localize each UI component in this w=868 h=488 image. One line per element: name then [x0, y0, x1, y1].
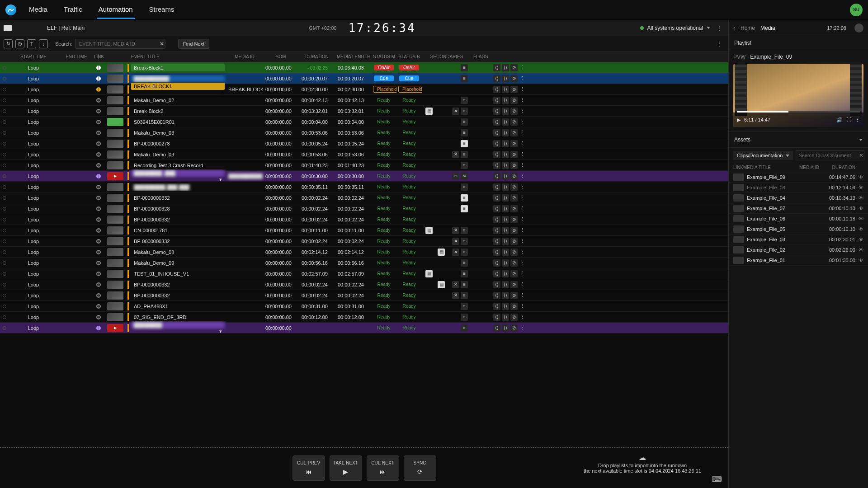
col-length[interactable]: MEDIA LENGTH	[335, 54, 371, 59]
thumbnail[interactable]	[107, 248, 123, 256]
asset-row[interactable]: Example_File_05 00:00:10.10 👁	[729, 224, 868, 235]
marker-c-icon[interactable]: ⊘	[510, 75, 518, 82]
note-icon[interactable]: ≡	[461, 324, 468, 332]
x-icon[interactable]: ✕	[452, 151, 459, 158]
row-more-button[interactable]: ⋮	[519, 141, 526, 146]
nav-streams[interactable]: Streams	[147, 1, 176, 19]
rundown-row[interactable]: Loop Makalu_Demo_03 00:00:00.00 00:00:53…	[0, 149, 728, 160]
row-more-button[interactable]: ⋮	[519, 249, 526, 255]
context-more-button[interactable]: ⋮	[714, 23, 725, 33]
marker-a-icon[interactable]: ⟨⟩	[493, 259, 500, 267]
rundown-row[interactable]: Loop ▶ ████████▾ 00:00:00.00 Ready Ready…	[0, 323, 728, 333]
link-node-icon[interactable]	[96, 282, 101, 287]
rundown-row[interactable]: Loop Break-Block1 00:00:00.00 - 00:02:25…	[0, 62, 728, 73]
marker-c-icon[interactable]: ⊘	[510, 249, 518, 256]
marker-c-icon[interactable]: ⊘	[510, 64, 518, 71]
note-icon[interactable]: ≡	[461, 108, 468, 115]
marker-b-icon[interactable]: ⟨⟩	[502, 97, 509, 104]
asset-row[interactable]: Example_File_03 00:02:30.01 👁	[729, 235, 868, 245]
marker-b-icon[interactable]: ⟨⟩	[502, 162, 509, 169]
marker-c-icon[interactable]: ⊘	[510, 129, 518, 136]
eye-icon[interactable]: 👁	[855, 185, 863, 190]
rundown-row[interactable]: Loop BP-0000000332 00:00:00.00 00:00:02.…	[0, 279, 728, 290]
marker-b-icon[interactable]: ⟨⟩	[502, 86, 509, 93]
note-icon[interactable]: ≡	[461, 129, 468, 136]
find-next-button[interactable]: Find Next	[178, 39, 209, 49]
rundown-row[interactable]: Loop 07_SIG_END_OF_3RD 00:00:00.00 00:00…	[0, 312, 728, 323]
thumbnail[interactable]	[107, 226, 123, 235]
row-more-button[interactable]: ⋮	[519, 206, 526, 211]
thumbnail[interactable]	[107, 64, 123, 72]
marker-a-icon[interactable]: ⟨⟩	[493, 151, 500, 158]
row-more-button[interactable]: ⋮	[519, 282, 526, 287]
user-avatar[interactable]: SU	[850, 4, 863, 16]
volume-icon[interactable]: 🔊	[836, 117, 843, 123]
note-icon[interactable]: ≡	[461, 249, 468, 256]
rundown-row[interactable]: Loop Recording Test 3 Crash Record 00:00…	[0, 160, 728, 171]
marker-b-icon[interactable]: ⟨⟩	[502, 216, 509, 223]
cue-next-button[interactable]: CUE NEXT⏭	[367, 455, 399, 481]
row-more-button[interactable]: ⋮	[519, 271, 526, 277]
link-node-icon[interactable]	[96, 98, 101, 103]
row-more-button[interactable]: ⋮	[519, 86, 526, 92]
thumbnail[interactable]	[107, 129, 123, 137]
link-node-icon[interactable]	[96, 120, 101, 124]
eye-icon[interactable]: 👁	[855, 174, 863, 180]
rundown-row[interactable]: Loop BP-0000000332 00:00:00.00 00:00:02.…	[0, 236, 728, 247]
playlist-tab[interactable]: Playlist	[729, 36, 868, 50]
light-icon[interactable]: ≡	[461, 194, 468, 202]
rundown-row[interactable]: Loop Break-Block2 00:00:00.00 00:03:32.0…	[0, 106, 728, 117]
x-icon[interactable]: ✕	[452, 108, 459, 115]
marker-a-icon[interactable]: ⟨⟩	[493, 64, 500, 71]
rundown-row[interactable]: Loop BP-0000000332 00:00:00.00 00:00:02.…	[0, 192, 728, 203]
marker-b-icon[interactable]: ⟨⟩	[502, 324, 509, 332]
window-icon[interactable]	[4, 25, 12, 31]
page-icon[interactable]: ▤	[438, 281, 445, 288]
marker-c-icon[interactable]: ⊘	[510, 140, 518, 147]
marker-a-icon[interactable]: ⟨⟩	[493, 292, 500, 299]
thumbnail[interactable]	[107, 96, 123, 104]
asset-row[interactable]: Example_File_06 00:00:10.18 👁	[729, 214, 868, 224]
link-node-icon[interactable]	[96, 261, 101, 265]
user-icon[interactable]	[854, 23, 863, 33]
marker-a-icon[interactable]: ⟨⟩	[493, 118, 500, 126]
eye-icon[interactable]: 👁	[855, 206, 863, 211]
row-more-button[interactable]: ⋮	[519, 97, 526, 103]
row-more-button[interactable]: ⋮	[519, 108, 526, 114]
asset-search-input[interactable]	[796, 150, 865, 160]
rundown-grid[interactable]: Loop Break-Block1 00:00:00.00 - 00:02:25…	[0, 62, 728, 447]
thumbnail[interactable]	[107, 140, 123, 148]
note-icon[interactable]: ≡	[461, 227, 468, 234]
note-icon[interactable]: ≡	[461, 314, 468, 321]
assets-header[interactable]: Assets	[729, 131, 868, 148]
x-icon[interactable]: ✕	[452, 281, 459, 288]
col-duration[interactable]: DURATION	[299, 54, 335, 59]
row-more-button[interactable]: ⋮	[519, 216, 526, 222]
marker-a-icon[interactable]: ⟨⟩	[493, 129, 500, 136]
col-end[interactable]: END TIME	[61, 54, 92, 59]
search-input[interactable]	[75, 39, 165, 49]
rundown-row[interactable]: Loop CN-000001781 00:00:00.00 00:00:11.0…	[0, 225, 728, 236]
eye-icon[interactable]: 👁	[855, 247, 863, 253]
link-node-icon[interactable]	[96, 272, 101, 276]
col-mediaid[interactable]: MEDIA ID	[226, 54, 263, 59]
link-node-icon[interactable]	[96, 239, 101, 244]
rundown-row[interactable]: Loop BP-0000000332 00:00:00.00 00:00:02.…	[0, 290, 728, 301]
marker-a-icon[interactable]: ⟨⟩	[493, 281, 500, 288]
asset-row[interactable]: Example_File_09 00:14:47.06 👁	[729, 172, 868, 183]
col-statusb[interactable]: STATUS B	[396, 54, 422, 59]
back-button[interactable]: ‹	[733, 25, 735, 31]
asset-row[interactable]: Example_File_07 00:00:10.10 👁	[729, 203, 868, 214]
note-icon[interactable]: ≡	[461, 270, 468, 277]
link-node-icon[interactable]	[96, 293, 101, 298]
note-icon[interactable]: ≡	[461, 281, 468, 288]
marker-a-icon[interactable]: ⟨⟩	[493, 205, 500, 212]
asset-row[interactable]: Example_File_04 00:10:34.13 👁	[729, 193, 868, 203]
note-icon[interactable]: ≡	[461, 292, 468, 299]
marker-c-icon[interactable]: ⊘	[510, 227, 518, 234]
row-more-button[interactable]: ⋮	[519, 227, 526, 233]
note-icon[interactable]: ≡	[461, 118, 468, 126]
marker-a-icon[interactable]: ⟨⟩	[493, 314, 500, 321]
flag-icon[interactable]: ▤	[425, 108, 433, 115]
asset-list[interactable]: Example_File_09 00:14:47.06 👁 Example_Fi…	[729, 172, 868, 266]
